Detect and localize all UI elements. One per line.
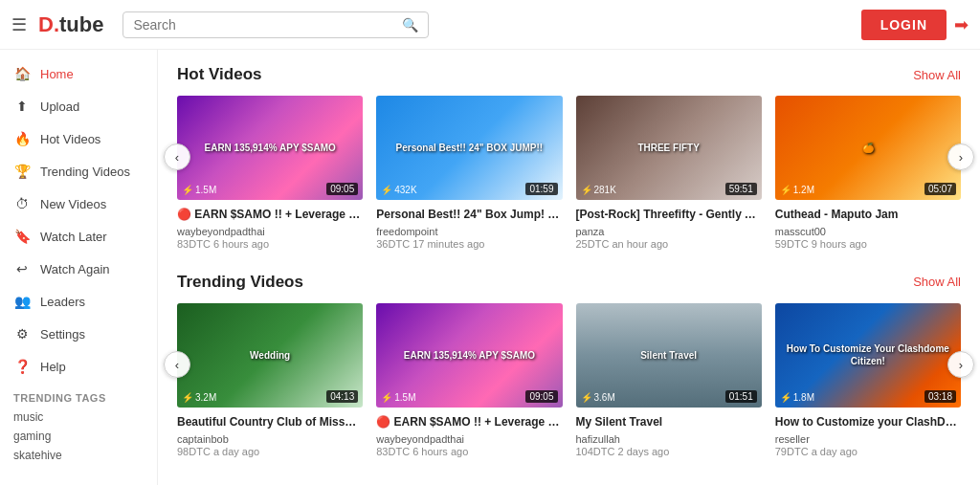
sidebar-item-label: Leaders — [40, 295, 85, 309]
video-thumbnail: How To Customize Your Clashdome Citizen!… — [775, 303, 961, 408]
sidebar-item-leaders[interactable]: 👥Leaders — [0, 285, 157, 318]
new-videos-icon: ⏱ — [13, 196, 31, 211]
video-card[interactable]: EARN 135,914% APY $SAMO ⚡1.5M 09:05 🔴 EA… — [177, 96, 363, 250]
sidebar-item-label: New Videos — [40, 197, 106, 211]
video-card[interactable]: Silent Travel ⚡3.6M 01:51 My Silent Trav… — [576, 303, 762, 457]
video-card[interactable]: THREE FIFTY ⚡281K 59:51 [Post-Rock] Thre… — [576, 96, 762, 250]
video-uploader: panza — [576, 226, 762, 237]
video-thumbnail: Silent Travel ⚡3.6M 01:51 — [576, 303, 762, 408]
hot-videos-title: Hot Videos — [177, 65, 261, 84]
video-card[interactable]: How To Customize Your Clashdome Citizen!… — [775, 303, 961, 457]
sidebar-item-home[interactable]: 🏠Home — [0, 57, 157, 90]
video-duration: 01:51 — [725, 390, 757, 403]
video-duration: 59:51 — [725, 183, 757, 195]
hot-videos-show-all[interactable]: Show All — [913, 68, 961, 82]
sidebar-item-hot-videos[interactable]: 🔥Hot Videos — [0, 122, 157, 155]
video-duration: 01:59 — [525, 183, 557, 195]
hot-videos-arrow-left[interactable]: ‹ — [164, 143, 190, 170]
video-meta: 104DTC 2 days ago — [576, 446, 762, 457]
sidebar-tag[interactable]: skatehive — [0, 446, 157, 465]
sidebar-item-help[interactable]: ❓Help — [0, 350, 157, 383]
video-thumbnail: Personal Best!! 24" BOX JUMP!! ⚡432K 01:… — [376, 96, 562, 200]
leaders-icon: 👥 — [13, 294, 31, 309]
sidebar-item-watch-later[interactable]: 🔖Watch Later — [0, 220, 157, 253]
sidebar-item-label: Help — [40, 360, 66, 374]
help-icon: ❓ — [13, 359, 31, 374]
video-uploader: waybeyondpadthai — [376, 433, 562, 445]
home-icon: 🏠 — [13, 66, 31, 81]
login-button[interactable]: LOGIN — [861, 10, 947, 40]
video-title: 🔴 EARN $SAMO !! + Leverage Yield Farm on… — [376, 415, 562, 430]
video-views: ⚡1.5M — [381, 392, 415, 403]
hot-videos-header: Hot Videos Show All — [177, 65, 961, 84]
video-meta: 25DTC an hour ago — [576, 238, 762, 250]
sidebar-item-settings[interactable]: ⚙Settings — [0, 318, 157, 350]
video-card[interactable]: EARN 135,914% APY $SAMO ⚡1.5M 09:05 🔴 EA… — [376, 303, 562, 457]
video-meta: 36DTC 17 minutes ago — [376, 238, 562, 250]
search-icon: 🔍 — [402, 17, 418, 33]
video-views: ⚡1.8M — [780, 392, 814, 403]
trending-tags-label: TRENDING TAGS — [0, 383, 157, 408]
video-meta: 79DTC a day ago — [775, 446, 961, 457]
settings-icon: ⚙ — [13, 326, 31, 342]
video-duration: 09:05 — [326, 183, 358, 195]
upload-icon: ⬆ — [13, 99, 31, 114]
sidebar-item-upload[interactable]: ⬆Upload — [0, 90, 157, 122]
video-thumbnail: THREE FIFTY ⚡281K 59:51 — [576, 96, 762, 200]
video-card[interactable]: 🍊 ⚡1.2M 05:07 Cuthead - Maputo Jam massc… — [775, 96, 961, 250]
trending-videos-show-all[interactable]: Show All — [913, 275, 961, 289]
video-title: Beautiful Country Club of Missouri Weddi… — [177, 415, 363, 430]
video-thumbnail: Wedding ⚡3.2M 04:13 — [177, 303, 363, 408]
sidebar-tag[interactable]: gaming — [0, 427, 157, 446]
video-uploader: freedompoint — [376, 226, 562, 237]
video-duration: 09:05 — [525, 390, 557, 403]
main-content: Hot Videos Show All ‹ EARN 135,914% APY … — [158, 50, 980, 485]
video-card[interactable]: Wedding ⚡3.2M 04:13 Beautiful Country Cl… — [177, 303, 363, 457]
video-card[interactable]: Personal Best!! 24" BOX JUMP!! ⚡432K 01:… — [376, 96, 562, 250]
login-icon[interactable]: ➡ — [954, 14, 969, 35]
video-uploader: hafizullah — [576, 433, 762, 445]
sidebar-item-label: Watch Again — [40, 262, 110, 276]
search-input[interactable] — [133, 17, 402, 33]
video-views: ⚡1.5M — [182, 185, 216, 195]
video-meta: 83DTC 6 hours ago — [376, 446, 562, 457]
sidebar-item-label: Trending Videos — [40, 165, 130, 179]
sidebar-item-label: Upload — [40, 99, 79, 114]
video-title: How to Customize your ClashDome Citizen!… — [775, 415, 961, 430]
sidebar-item-label: Hot Videos — [40, 132, 100, 146]
video-uploader: captainbob — [177, 433, 363, 445]
sidebar-item-label: Home — [40, 67, 74, 81]
video-uploader: reseller — [775, 433, 961, 445]
sidebar-item-new-videos[interactable]: ⏱New Videos — [0, 187, 157, 220]
trending-videos-arrow-left[interactable]: ‹ — [164, 351, 190, 378]
video-title: Cuthead - Maputo Jam — [775, 208, 961, 223]
trending-videos-arrow-right[interactable]: › — [947, 351, 974, 378]
hot-videos-arrow-right[interactable]: › — [947, 143, 974, 170]
watch-later-icon: 🔖 — [13, 229, 31, 244]
video-thumbnail: EARN 135,914% APY $SAMO ⚡1.5M 09:05 — [376, 303, 562, 408]
video-views: ⚡432K — [381, 185, 416, 195]
sidebar-item-watch-again[interactable]: ↩Watch Again — [0, 253, 157, 285]
video-thumbnail: EARN 135,914% APY $SAMO ⚡1.5M 09:05 — [177, 96, 363, 200]
hot-videos-icon: 🔥 — [13, 131, 31, 146]
sidebar: 🏠Home⬆Upload🔥Hot Videos🏆Trending Videos⏱… — [0, 50, 158, 485]
video-title: [Post-Rock] Threefifty - Gently Among Th… — [576, 208, 762, 223]
logo: D.tube — [38, 12, 103, 37]
sidebar-item-trending-videos[interactable]: 🏆Trending Videos — [0, 155, 157, 187]
header: ☰ D.tube 🔍 LOGIN ➡ — [0, 0, 980, 50]
hamburger-icon[interactable]: ☰ — [11, 14, 27, 35]
video-views: ⚡3.2M — [182, 392, 216, 403]
body-wrap: 🏠Home⬆Upload🔥Hot Videos🏆Trending Videos⏱… — [0, 50, 980, 485]
sidebar-item-label: Watch Later — [40, 230, 107, 244]
sidebar-tag[interactable]: music — [0, 408, 157, 427]
trending-videos-header: Trending Videos Show All — [177, 273, 961, 292]
search-bar: 🔍 — [122, 11, 429, 38]
trending-videos-title: Trending Videos — [177, 273, 303, 292]
video-meta: 98DTC a day ago — [177, 446, 363, 457]
video-duration: 03:18 — [924, 390, 956, 403]
video-title: 🔴 EARN $SAMO !! + Leverage Yield Farm on… — [177, 208, 363, 223]
video-uploader: waybeyondpadthai — [177, 226, 363, 237]
watch-again-icon: ↩ — [13, 261, 31, 276]
video-views: ⚡3.6M — [581, 392, 615, 403]
video-duration: 04:13 — [326, 390, 358, 403]
